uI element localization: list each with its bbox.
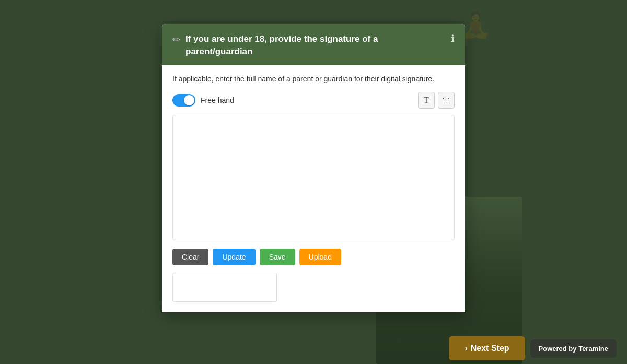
powered-by-badge: Powered by Teramine <box>530 339 617 358</box>
signature-canvas[interactable] <box>172 115 455 240</box>
text-tool-icon[interactable]: T <box>418 92 435 109</box>
modal-header: ✏ If you are under 18, provide the signa… <box>162 24 465 65</box>
modal-body: If applicable, enter the full name of a … <box>162 65 465 312</box>
delete-tool-icon[interactable]: 🗑 <box>438 92 455 109</box>
next-step-button[interactable]: › Next Step <box>449 336 525 360</box>
text-icon-label: T <box>424 96 429 105</box>
signature-modal: ✏ If you are under 18, provide the signa… <box>162 24 465 312</box>
action-buttons: Clear Update Save Upload <box>172 249 455 265</box>
modal-header-left: ✏ If you are under 18, provide the signa… <box>172 33 446 58</box>
clear-button[interactable]: Clear <box>172 249 208 265</box>
toggle-label: Free hand <box>201 96 234 104</box>
modal-backdrop: ✏ If you are under 18, provide the signa… <box>0 0 627 364</box>
next-step-arrow: › <box>465 344 467 353</box>
powered-by-brand: Teramine <box>578 345 608 353</box>
tool-icons-group: T 🗑 <box>418 92 455 109</box>
edit-icon: ✏ <box>172 34 180 45</box>
upload-button[interactable]: Upload <box>299 249 341 265</box>
save-button[interactable]: Save <box>260 249 295 265</box>
bottom-bar: › Next Step Powered by Teramine <box>0 333 627 364</box>
next-step-label: Next Step <box>471 344 509 353</box>
powered-by-text: Powered by <box>539 345 577 353</box>
freehand-toggle[interactable] <box>172 94 195 107</box>
signature-text-input[interactable] <box>172 273 277 302</box>
info-icon[interactable]: ℹ <box>451 33 455 44</box>
update-button[interactable]: Update <box>213 249 255 265</box>
modal-title: If you are under 18, provide the signatu… <box>185 33 446 58</box>
delete-icon-label: 🗑 <box>442 96 450 105</box>
modal-description: If applicable, enter the full name of a … <box>172 74 455 85</box>
toggle-row: Free hand T 🗑 <box>172 92 455 109</box>
